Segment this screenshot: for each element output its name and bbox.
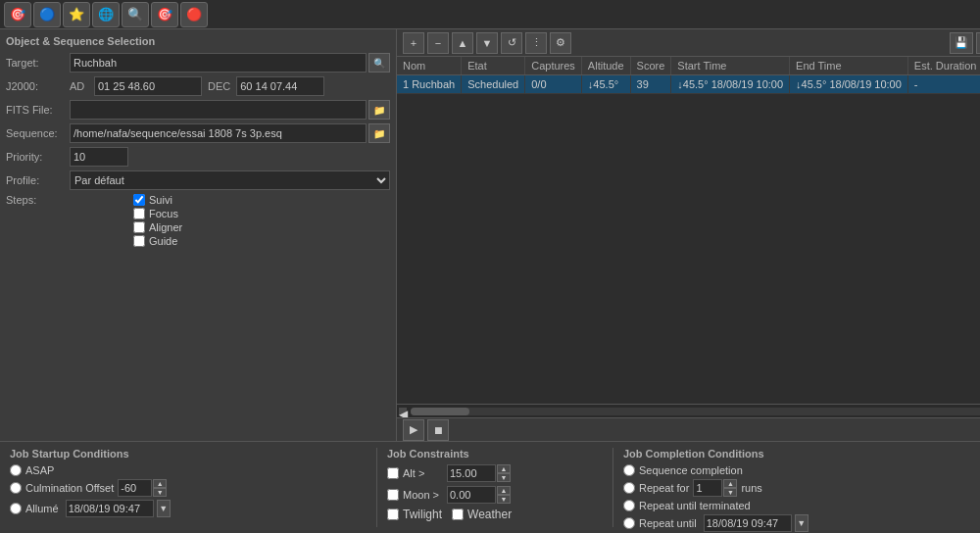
step-suivi-row: Suivi	[133, 194, 182, 206]
allume-label: Allumé	[25, 503, 59, 514]
icon-btn-5[interactable]: 🔍	[122, 2, 149, 27]
repeat-for-input[interactable]	[693, 479, 722, 497]
ad-label: AD	[70, 80, 94, 92]
scrollbar-thumb[interactable]	[411, 408, 469, 415]
repeat-until-radio[interactable]	[623, 517, 635, 529]
repeat-for-down[interactable]: ▼	[723, 488, 737, 497]
culmination-input[interactable]	[118, 479, 152, 497]
culmination-row: Culmination Offset ▲ ▼	[10, 479, 357, 497]
more-btn[interactable]: ⋮	[525, 32, 547, 54]
move-down-btn[interactable]: ▼	[476, 32, 498, 54]
refresh-btn[interactable]: ↺	[501, 32, 522, 54]
icon-btn-2[interactable]: 🔵	[33, 2, 61, 27]
dec-label: DEC	[208, 80, 230, 92]
fits-input[interactable]	[70, 100, 367, 120]
culmination-radio[interactable]	[10, 482, 22, 494]
target-row: Target: 🔍	[6, 53, 390, 73]
twilight-checkbox[interactable]	[387, 509, 399, 520]
repeat-terminated-radio[interactable]	[623, 500, 635, 511]
move-up-btn[interactable]: ▲	[452, 32, 473, 54]
step-focus-checkbox[interactable]	[133, 208, 145, 219]
repeat-until-row: Repeat until ▼	[623, 514, 970, 532]
divider-1	[376, 448, 377, 527]
icon-btn-1[interactable]: 🎯	[4, 2, 31, 27]
icon-btn-3[interactable]: ⭐	[63, 2, 90, 27]
allume-dropdown-btn[interactable]: ▼	[157, 500, 171, 517]
moon-checkbox[interactable]	[387, 489, 399, 501]
cell-start-time: ↓45.5° 18/08/19 10:00	[671, 75, 790, 94]
alt-checkbox[interactable]	[387, 467, 399, 479]
col-altitude: Altitude	[581, 57, 630, 75]
add-seq-btn[interactable]: +	[403, 32, 424, 54]
repeat-for-radio[interactable]	[623, 482, 635, 494]
moon-down[interactable]: ▼	[497, 495, 511, 504]
sequence-table-container: Nom Etat Captures Altitude Score Start T…	[397, 57, 980, 404]
priority-input[interactable]	[70, 147, 128, 167]
dec-input[interactable]	[236, 76, 324, 96]
repeat-terminated-label: Repeat until terminated	[639, 500, 751, 511]
seq-bottom-btns: ▶ ⏹	[403, 419, 449, 441]
culmination-up[interactable]: ▲	[153, 479, 167, 488]
horizontal-scrollbar[interactable]: ◀ ▶	[397, 404, 980, 417]
step-guide-label: Guide	[149, 235, 177, 247]
cell-altitude: ↓45.5°	[581, 75, 630, 94]
profile-select[interactable]: Par défaut	[70, 170, 390, 190]
repeat-until-dropdown-btn[interactable]: ▼	[795, 514, 808, 532]
icon-btn-6[interactable]: 🎯	[151, 2, 178, 27]
step-guide-checkbox[interactable]	[133, 235, 145, 247]
runs-label: runs	[741, 482, 761, 494]
job-completion-title: Job Completion Conditions	[623, 448, 970, 460]
alt-down[interactable]: ▼	[497, 473, 511, 482]
steps-label: Steps:	[6, 194, 70, 206]
job-constraints-title: Job Constraints	[387, 448, 593, 460]
job-completion-section: Job Completion Conditions Sequence compl…	[623, 448, 970, 527]
icon-btn-4[interactable]: 🌐	[92, 2, 120, 27]
ra-input[interactable]	[94, 76, 202, 96]
asap-radio[interactable]	[10, 464, 22, 476]
alt-input[interactable]	[447, 464, 496, 482]
divider-2	[612, 448, 613, 527]
seq-completion-radio[interactable]	[623, 464, 635, 476]
job-startup-title: Job Startup Conditions	[10, 448, 357, 460]
allume-input[interactable]	[66, 500, 154, 517]
target-input[interactable]	[70, 53, 367, 73]
remove-seq-btn[interactable]: −	[427, 32, 449, 54]
scroll-left-btn[interactable]: ◀	[399, 408, 407, 415]
col-start-time: Start Time	[671, 57, 790, 75]
save-as-btn[interactable]: 📋	[976, 32, 980, 54]
fits-label: FITS File:	[6, 104, 70, 116]
sequence-browse-btn[interactable]: 📁	[368, 123, 390, 143]
icon-btn-7[interactable]: 🔴	[180, 2, 208, 27]
fits-row: FITS File: 📁	[6, 100, 390, 120]
stop-btn[interactable]: ⏹	[427, 419, 449, 441]
culmination-arrows: ▲ ▼	[153, 479, 167, 497]
step-suivi-checkbox[interactable]	[133, 194, 145, 206]
col-captures: Captures	[525, 57, 582, 75]
asap-row: ASAP	[10, 464, 357, 476]
profile-label: Profile:	[6, 174, 70, 186]
sequence-input[interactable]	[70, 123, 367, 143]
moon-row: Moon > ▲ ▼	[387, 486, 593, 504]
scrollbar-track[interactable]	[411, 408, 980, 415]
seq-bottom-bar: ▶ ⏹ Inactif	[397, 417, 980, 441]
fits-browse-btn[interactable]: 📁	[368, 100, 390, 120]
repeat-for-up[interactable]: ▲	[723, 479, 737, 488]
moon-up[interactable]: ▲	[497, 486, 511, 495]
allume-radio[interactable]	[10, 503, 22, 514]
repeat-terminated-row: Repeat until terminated	[623, 500, 970, 511]
save-btn[interactable]: 💾	[950, 32, 973, 54]
play-btn[interactable]: ▶	[403, 419, 424, 441]
step-aligner-checkbox[interactable]	[133, 221, 145, 233]
settings-btn[interactable]: ⚙	[550, 32, 571, 54]
table-row[interactable]: 1 Ruchbah Scheduled 0/0 ↓45.5° 39 ↓45.5°…	[397, 75, 980, 94]
culmination-down[interactable]: ▼	[153, 488, 167, 497]
step-focus-row: Focus	[133, 208, 182, 219]
repeat-until-input[interactable]	[704, 514, 792, 532]
alt-up[interactable]: ▲	[497, 464, 511, 473]
allume-row: Allumé ▼	[10, 500, 357, 517]
moon-input[interactable]	[447, 486, 496, 504]
weather-checkbox[interactable]	[452, 509, 464, 520]
panel-title: Object & Sequence Selection	[6, 35, 390, 47]
target-search-btn[interactable]: 🔍	[368, 53, 390, 73]
seq-toolbar-right: 💾 📋 📂	[950, 32, 980, 54]
